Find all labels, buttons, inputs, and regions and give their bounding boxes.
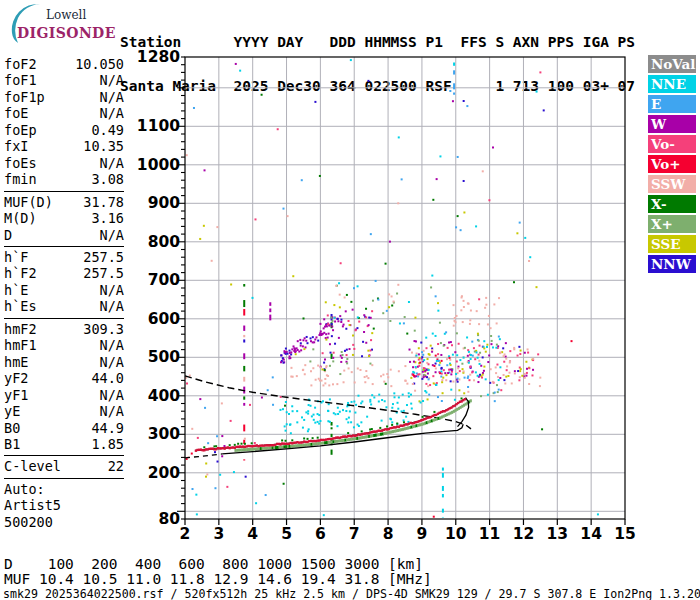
legend-item-x: X+ [648, 215, 696, 233]
svg-text:9: 9 [417, 525, 428, 543]
svg-text:900: 900 [148, 194, 181, 212]
svg-text:1280: 1280 [137, 48, 180, 66]
svg-text:600: 600 [148, 310, 181, 328]
svg-text:700: 700 [148, 271, 181, 289]
svg-text:80: 80 [158, 510, 180, 528]
svg-text:2: 2 [180, 525, 191, 543]
legend-item-x: X- [648, 195, 696, 213]
svg-text:10: 10 [445, 525, 467, 543]
svg-text:1100: 1100 [137, 117, 180, 135]
legend-item-e: E [648, 95, 696, 113]
svg-text:1000: 1000 [137, 156, 180, 174]
doppler-legend: NoValNNEEWVo-Vo+SSWX-X+SSENNW [648, 55, 696, 275]
legend-item-sse: SSE [648, 235, 696, 253]
svg-text:7: 7 [349, 525, 360, 543]
legend-item-noval: NoVal [648, 55, 696, 73]
ionogram-viewer: Lowell DIGISONDE Station YYYY DAY DDD HH… [0, 0, 700, 600]
legend-item-ssw: SSW [648, 175, 696, 193]
muf-row: MUF 10.4 10.5 11.0 11.8 12.9 14.6 19.4 3… [4, 571, 432, 587]
svg-text:5: 5 [281, 525, 292, 543]
svg-text:8: 8 [383, 525, 394, 543]
svg-text:11: 11 [479, 525, 501, 543]
svg-text:15: 15 [614, 525, 636, 543]
ionogram-plot: 1280110010009008007006005004003002008023… [0, 0, 700, 600]
svg-text:500: 500 [148, 348, 181, 366]
legend-item-nne: NNE [648, 75, 696, 93]
distance-row: D 100 200 400 600 800 1000 1500 3000 [km… [4, 556, 423, 572]
svg-text:200: 200 [148, 464, 181, 482]
svg-text:300: 300 [148, 425, 181, 443]
legend-item-vo: Vo- [648, 135, 696, 153]
svg-text:400: 400 [148, 387, 181, 405]
svg-text:3: 3 [213, 525, 224, 543]
svg-text:800: 800 [148, 233, 181, 251]
svg-text:4: 4 [247, 525, 258, 543]
legend-item-nnw: NNW [648, 255, 696, 273]
svg-text:6: 6 [315, 525, 326, 543]
legend-item-w: W [648, 115, 696, 133]
svg-text:13: 13 [547, 525, 569, 543]
svg-text:12: 12 [513, 525, 535, 543]
status-bar: smk29_2025364022500.rsf / 520fx512h 25 k… [3, 587, 700, 600]
legend-item-vo: Vo+ [648, 155, 696, 173]
svg-text:14: 14 [580, 525, 602, 543]
